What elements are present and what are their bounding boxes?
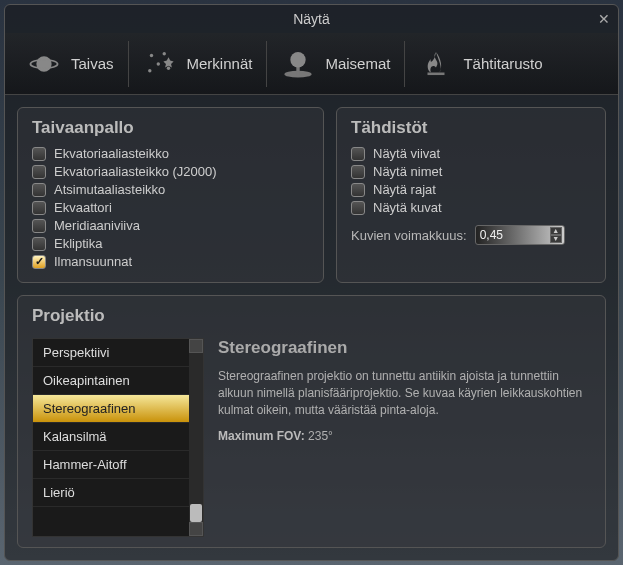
sky-option-label: Ekvaattori xyxy=(54,200,112,215)
sky-option-label: Ekvatoriaaliasteikko (J2000) xyxy=(54,164,217,179)
sky-option-label: Ilmansuunnat xyxy=(54,254,132,269)
constellation-option-row: Näytä kuvat xyxy=(351,200,591,215)
tab-label: Maisemat xyxy=(325,55,390,72)
sky-option-label: Ekvatoriaaliasteikko xyxy=(54,146,169,161)
projection-description: Stereograafinen Stereograafinen projekti… xyxy=(218,338,591,537)
sky-option-row: Atsimutaaliasteikko xyxy=(32,182,309,197)
tab-label: Taivas xyxy=(71,55,114,72)
panel-title: Tähdistöt xyxy=(351,118,591,138)
constellation-option-row: Näytä rajat xyxy=(351,182,591,197)
view-dialog: Näytä ✕ Taivas Merkinnät Maisemat Täht xyxy=(4,4,619,561)
projection-item[interactable]: Lieriö xyxy=(33,479,203,507)
projection-item[interactable]: Kalansilmä xyxy=(33,423,203,451)
close-button[interactable]: ✕ xyxy=(596,11,612,27)
sky-option-checkbox[interactable] xyxy=(32,183,46,197)
stars-icon xyxy=(143,47,177,81)
sky-option-checkbox[interactable] xyxy=(32,165,46,179)
tab-landscape[interactable]: Maisemat xyxy=(267,41,405,87)
tab-sky[interactable]: Taivas xyxy=(13,41,129,87)
content-area: Taivaanpallo EkvatoriaaliasteikkoEkvator… xyxy=(5,95,618,560)
projection-panel: Projektio PerspektiiviOikeapintainenSter… xyxy=(17,295,606,548)
tree-icon xyxy=(281,47,315,81)
spin-down[interactable]: ▼ xyxy=(550,235,562,243)
constellation-option-label: Näytä kuvat xyxy=(373,200,442,215)
tab-label: Merkinnät xyxy=(187,55,253,72)
sky-option-checkbox[interactable] xyxy=(32,147,46,161)
panel-title: Taivaanpallo xyxy=(32,118,309,138)
sky-option-checkbox[interactable] xyxy=(32,201,46,215)
svg-point-3 xyxy=(162,52,165,55)
constellation-option-label: Näytä viivat xyxy=(373,146,440,161)
constellation-option-checkbox[interactable] xyxy=(351,147,365,161)
scrollbar[interactable] xyxy=(189,339,203,536)
projection-item[interactable]: Stereograafinen xyxy=(33,395,203,423)
fov-label: Maximum FOV: xyxy=(218,429,305,443)
sky-option-checkbox[interactable] xyxy=(32,219,46,233)
svg-rect-10 xyxy=(428,72,445,75)
tabbar: Taivas Merkinnät Maisemat Tähtitarusto xyxy=(5,33,618,95)
svg-point-9 xyxy=(291,52,306,67)
constellations-panel: Tähdistöt Näytä viivatNäytä nimetNäytä r… xyxy=(336,107,606,283)
projection-desc-body: Stereograafinen projektio on tunnettu an… xyxy=(218,368,591,418)
svg-point-5 xyxy=(166,66,169,69)
brightness-spinbox[interactable]: ▲ ▼ xyxy=(475,225,565,245)
projection-item[interactable]: Hammer-Aitoff xyxy=(33,451,203,479)
scroll-up-button[interactable] xyxy=(189,339,203,353)
scroll-thumb[interactable] xyxy=(190,504,202,522)
sky-option-checkbox[interactable] xyxy=(32,237,46,251)
brightness-input[interactable] xyxy=(476,228,536,242)
constellation-option-row: Näytä nimet xyxy=(351,164,591,179)
projection-item[interactable]: Perspektiivi xyxy=(33,339,203,367)
sky-option-label: Meridiaaniviiva xyxy=(54,218,140,233)
planet-icon xyxy=(27,47,61,81)
sky-option-row: Ekliptika xyxy=(32,236,309,251)
fire-icon xyxy=(419,47,453,81)
projection-list[interactable]: PerspektiiviOikeapintainenStereograafine… xyxy=(32,338,204,537)
sky-option-row: Ekvaattori xyxy=(32,200,309,215)
svg-point-4 xyxy=(156,62,159,65)
fov-value: 235° xyxy=(308,429,333,443)
constellation-option-checkbox[interactable] xyxy=(351,165,365,179)
scroll-down-button[interactable] xyxy=(189,522,203,536)
svg-point-2 xyxy=(149,53,152,56)
constellation-option-checkbox[interactable] xyxy=(351,201,365,215)
constellation-option-row: Näytä viivat xyxy=(351,146,591,161)
projection-item[interactable]: Oikeapintainen xyxy=(33,367,203,395)
spin-up[interactable]: ▲ xyxy=(550,227,562,235)
sky-option-row: Ekvatoriaaliasteikko xyxy=(32,146,309,161)
sky-option-row: Ekvatoriaaliasteikko (J2000) xyxy=(32,164,309,179)
titlebar: Näytä ✕ xyxy=(5,5,618,33)
svg-point-0 xyxy=(36,56,51,71)
sky-option-label: Ekliptika xyxy=(54,236,102,251)
check-icon: ✓ xyxy=(35,255,44,268)
sky-option-row: ✓Ilmansuunnat xyxy=(32,254,309,269)
panel-title: Projektio xyxy=(32,306,591,326)
projection-desc-title: Stereograafinen xyxy=(218,338,591,358)
svg-point-6 xyxy=(148,69,151,72)
constellation-option-label: Näytä rajat xyxy=(373,182,436,197)
window-title: Näytä xyxy=(293,11,330,27)
tab-label: Tähtitarusto xyxy=(463,55,542,72)
constellation-option-checkbox[interactable] xyxy=(351,183,365,197)
sky-option-checkbox[interactable]: ✓ xyxy=(32,255,46,269)
sky-option-row: Meridiaaniviiva xyxy=(32,218,309,233)
tab-starlore[interactable]: Tähtitarusto xyxy=(405,41,556,87)
sky-option-label: Atsimutaaliasteikko xyxy=(54,182,165,197)
celestial-sphere-panel: Taivaanpallo EkvatoriaaliasteikkoEkvator… xyxy=(17,107,324,283)
constellation-option-label: Näytä nimet xyxy=(373,164,442,179)
tab-markings[interactable]: Merkinnät xyxy=(129,41,268,87)
brightness-label: Kuvien voimakkuus: xyxy=(351,228,467,243)
